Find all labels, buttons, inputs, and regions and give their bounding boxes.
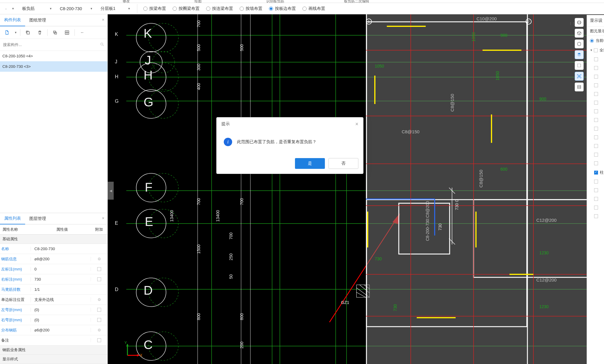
- no-button[interactable]: 否: [328, 158, 358, 169]
- display-check-row[interactable]: [587, 133, 604, 142]
- tab-layer-mgmt[interactable]: 图层管理: [25, 213, 50, 224]
- display-check-row[interactable]: [587, 81, 604, 90]
- svg-point-26: [149, 23, 179, 52]
- prop-row-name[interactable]: 名称C8-200-730: [0, 244, 107, 254]
- property-group-biz[interactable]: 钢筋业务属性: [0, 345, 107, 355]
- display-radio-all[interactable]: ▼全部: [587, 45, 604, 55]
- display-check-row[interactable]: [587, 177, 604, 186]
- display-check-row[interactable]: [587, 55, 604, 64]
- property-header-row: 属性名称 属性值 附加: [0, 224, 107, 235]
- col-extra: 附加: [91, 227, 107, 232]
- display-check-row[interactable]: [587, 72, 604, 81]
- icon-dock-handle[interactable]: ⋮⋮: [570, 20, 573, 27]
- right-icon-dock: [575, 18, 584, 91]
- new-dropdown-arrow[interactable]: ▼: [14, 31, 17, 34]
- display-check-row[interactable]: [587, 116, 604, 124]
- display-check-row[interactable]: [587, 150, 604, 159]
- yes-button[interactable]: 是: [295, 158, 325, 169]
- gz-label: GZ1: [341, 300, 349, 305]
- property-group-display[interactable]: 显示样式: [0, 355, 107, 364]
- prop-row-left[interactable]: 左标注(mm)0: [0, 264, 107, 274]
- display-check-row[interactable]: [587, 107, 604, 116]
- display-check-row[interactable]: [587, 186, 604, 195]
- dropdown-category[interactable]: ·▼: [2, 5, 17, 12]
- display-radio-current[interactable]: 当前楼层: [587, 36, 604, 45]
- more-icon[interactable]: ··: [78, 28, 87, 37]
- gear-icon[interactable]: ⚙: [98, 297, 101, 302]
- checkbox[interactable]: [97, 338, 101, 342]
- svg-point-32: [149, 278, 179, 307]
- grid-number: 1: [366, 19, 372, 25]
- separator: [137, 4, 137, 13]
- view-list-icon[interactable]: [575, 82, 584, 91]
- checkbox[interactable]: [97, 308, 101, 312]
- view-sphere-icon[interactable]: [575, 18, 584, 27]
- prop-tab-close[interactable]: ×: [102, 216, 104, 221]
- display-check-row[interactable]: [587, 142, 604, 150]
- prop-row-lbend[interactable]: 左弯折(mm)(0): [0, 305, 107, 315]
- col-value: 属性值: [34, 227, 91, 232]
- display-check-row[interactable]: [587, 195, 604, 203]
- display-check-row[interactable]: [587, 64, 604, 72]
- cad-canvas[interactable]: K J H G F E D C K J H G E D 700 500 300 …: [108, 14, 604, 364]
- display-check-row[interactable]: [587, 203, 604, 212]
- view-box-icon[interactable]: [575, 39, 584, 48]
- component-item[interactable]: C8-200-1050 <4>: [0, 51, 107, 61]
- gear-icon[interactable]: ⚙: [98, 257, 101, 261]
- radio-by-slab-edge[interactable]: 按板边布置: [267, 6, 298, 11]
- search-input[interactable]: [3, 42, 100, 47]
- svg-rect-83: [578, 85, 581, 89]
- radio-by-beam[interactable]: 按梁布置: [141, 6, 168, 11]
- prop-row-rebar[interactable]: 钢筋信息⌀8@200⚙: [0, 254, 107, 264]
- prop-row-stool[interactable]: 马凳筋排数1/1: [0, 285, 107, 295]
- plan-overlay: 1 2 1050 900 1050 900 600 1050 1230 1230…: [366, 14, 604, 364]
- radio-by-link-beam[interactable]: 按连梁布置: [204, 6, 235, 11]
- checkbox[interactable]: [97, 318, 101, 322]
- view-target-icon[interactable]: [575, 72, 584, 81]
- svg-rect-80: [578, 64, 581, 67]
- between-floor-icon[interactable]: [63, 28, 71, 37]
- dim-label: 730: [438, 224, 442, 230]
- display-check-row[interactable]: [587, 98, 604, 107]
- layer-copy-icon[interactable]: [51, 28, 60, 37]
- property-group-basic[interactable]: 基础属性: [0, 235, 107, 244]
- close-icon[interactable]: ×: [355, 121, 358, 127]
- tab-close[interactable]: ×: [102, 17, 104, 22]
- search-box[interactable]: [0, 39, 107, 51]
- dialog-message: 此范围已布置了负筋，是否重复布置负筋？: [237, 139, 317, 145]
- prop-row-rbend[interactable]: 右弯折(mm)(0): [0, 315, 107, 325]
- delete-icon[interactable]: [35, 28, 44, 37]
- display-check-row[interactable]: [587, 212, 604, 221]
- tab-drawing-mgmt[interactable]: 图纸管理: [25, 15, 50, 26]
- prop-row-right[interactable]: 右标注(mm)730: [0, 274, 107, 285]
- component-item-selected[interactable]: C8-200-730 <3>: [0, 61, 107, 72]
- copy-icon[interactable]: [23, 28, 32, 37]
- gear-icon[interactable]: ⚙: [98, 328, 101, 332]
- dropdown-spec[interactable]: C8-200-730▼: [57, 5, 96, 12]
- view-3d-icon[interactable]: [575, 29, 584, 38]
- prop-row-pos[interactable]: 单边标注位置支座外边线⚙: [0, 295, 107, 305]
- svg-marker-45: [137, 354, 139, 357]
- menu-hint-bar: 修改 绘图 识别板负筋 板负筋二次编辑: [0, 0, 604, 3]
- view-fullscreen-icon[interactable]: [575, 61, 584, 70]
- prop-row-remark[interactable]: 备注: [0, 335, 107, 345]
- search-icon[interactable]: [100, 42, 104, 48]
- tab-property-list[interactable]: 属性列表: [0, 213, 25, 224]
- checkbox[interactable]: [97, 277, 101, 281]
- display-check-row[interactable]: [587, 90, 604, 98]
- prop-row-dist[interactable]: 分布钢筋⌀6@200⚙: [0, 325, 107, 335]
- display-settings-sub[interactable]: 图元显示: [587, 26, 604, 36]
- display-check-row[interactable]: [587, 159, 604, 168]
- radio-by-wall[interactable]: 按墙布置: [237, 6, 265, 11]
- checkbox[interactable]: [97, 267, 101, 271]
- expand-left-button[interactable]: ◀: [108, 182, 114, 200]
- tab-component-list[interactable]: 构件列表: [0, 14, 25, 26]
- new-icon[interactable]: [2, 28, 11, 37]
- display-check-row[interactable]: 柱: [587, 168, 604, 177]
- view-box-solid-icon[interactable]: [575, 50, 584, 59]
- radio-draw-line[interactable]: 画线布置: [300, 6, 328, 11]
- dropdown-layer[interactable]: 分层板1▼: [98, 5, 133, 13]
- radio-by-ring-beam[interactable]: 按圈梁布置: [170, 6, 202, 11]
- dropdown-type[interactable]: 板负筋▼: [19, 5, 55, 13]
- display-check-row[interactable]: [587, 124, 604, 133]
